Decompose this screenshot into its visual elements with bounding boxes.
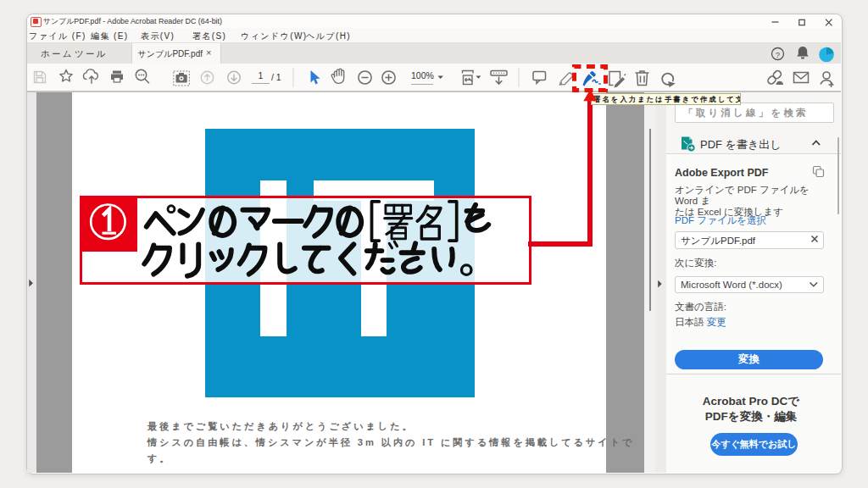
svg-text:?: ? [776, 50, 780, 59]
